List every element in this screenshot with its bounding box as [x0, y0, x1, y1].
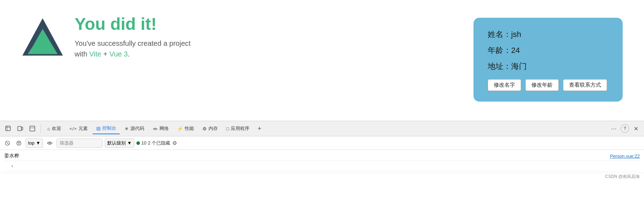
- devtools-more-section: ⋯ ? ✕: [608, 123, 641, 134]
- vite-link[interactable]: Vite: [89, 50, 101, 58]
- name-value: jsh: [511, 30, 521, 39]
- tab-memory-label: 内存: [209, 125, 218, 132]
- edit-name-button[interactable]: 修改名字: [488, 79, 521, 91]
- elements-icon: </>: [70, 126, 77, 131]
- hero-title: You did it!: [75, 14, 191, 34]
- clear-console-button[interactable]: [3, 139, 12, 148]
- application-icon: □: [226, 126, 229, 131]
- context-dropdown[interactable]: top ▼: [26, 139, 43, 148]
- tab-performance-label: 性能: [185, 125, 194, 132]
- layout-icon[interactable]: [27, 123, 38, 134]
- sources-icon: ✳: [125, 126, 129, 131]
- svg-rect-5: [6, 126, 10, 131]
- welcome-icon: ⌂: [47, 126, 50, 131]
- tab-memory[interactable]: ⚙ 内存: [199, 123, 221, 134]
- level-arrow-icon: ▼: [127, 140, 132, 146]
- hero-text: You did it! You've successfully created …: [75, 14, 191, 59]
- tab-elements-label: 元素: [79, 125, 88, 132]
- tab-elements[interactable]: </> 元素: [66, 123, 91, 134]
- info-card: 姓名：jsh 年龄：24 地址：海门 修改名字 修改年龄 查看联系方式: [473, 18, 623, 102]
- console-output-text: 姜水桦: [4, 153, 19, 159]
- subtitle-prefix: You've successfully created a project: [75, 39, 191, 47]
- tab-application-label: 应用程序: [231, 125, 249, 132]
- svg-rect-10: [30, 126, 35, 131]
- toggle-filter-button[interactable]: [14, 139, 23, 148]
- toolbar-row: top ▼ 默认级别 ▼ 10 2 个已隐藏 ⚙: [0, 136, 644, 150]
- inspect-element-icon[interactable]: [3, 123, 13, 134]
- tab-console-label: 控制台: [102, 125, 116, 131]
- close-devtools-button[interactable]: ✕: [631, 123, 641, 134]
- level-label: 默认级别: [107, 140, 126, 146]
- view-contact-button[interactable]: 查看联系方式: [563, 79, 607, 91]
- svg-line-14: [6, 142, 9, 144]
- settings-gear-icon[interactable]: ⚙: [172, 140, 177, 146]
- svg-point-19: [49, 142, 50, 144]
- subtitle-plus: +: [103, 50, 108, 58]
- info-address-row: 地址：海门: [488, 60, 608, 72]
- info-buttons-row: 修改名字 修改年龄 查看联系方式: [488, 79, 608, 91]
- hidden-count: 2 个已隐藏: [148, 140, 170, 146]
- address-value: 海门: [511, 62, 527, 71]
- expand-arrow-icon[interactable]: ›: [9, 162, 16, 169]
- info-name-row: 姓名：jsh: [488, 28, 608, 40]
- svg-point-12: [155, 130, 156, 130]
- address-label: 地址：: [488, 62, 511, 71]
- age-label: 年龄：: [488, 46, 511, 55]
- console-icon: ▤: [96, 126, 101, 131]
- name-label: 姓名：: [488, 30, 511, 39]
- subtitle-with: with: [75, 50, 87, 58]
- edit-age-button[interactable]: 修改年龄: [525, 79, 559, 91]
- tab-network-label: 网络: [159, 125, 169, 132]
- tab-welcome-label: 欢迎: [52, 125, 61, 132]
- console-line-2: ›: [4, 161, 640, 171]
- error-badge: 10 2 个已隐藏: [136, 140, 170, 146]
- svg-rect-9: [21, 127, 23, 130]
- subtitle-period: .: [128, 50, 130, 58]
- memory-icon: ⚙: [202, 126, 207, 131]
- console-area: 姜水桦 Person.vue:22 ›: [0, 150, 644, 173]
- error-dot-icon: [136, 141, 140, 145]
- info-age-row: 年龄：24: [488, 44, 608, 56]
- tab-welcome[interactable]: ⌂ 欢迎: [44, 123, 65, 134]
- tab-performance[interactable]: ⚡ 性能: [174, 123, 197, 134]
- network-icon: [153, 126, 158, 131]
- console-line-1: 姜水桦 Person.vue:22: [4, 151, 640, 161]
- main-content: You did it! You've successfully created …: [0, 0, 644, 121]
- add-tab-button[interactable]: +: [254, 123, 265, 134]
- error-count: 10: [141, 140, 146, 146]
- svg-rect-8: [18, 126, 21, 131]
- console-source-link[interactable]: Person.vue:22: [610, 153, 640, 159]
- tab-network[interactable]: 网络: [149, 123, 172, 134]
- bottom-bar: CSDN @南风花海: [0, 173, 644, 180]
- tab-console[interactable]: ▤ 控制台: [93, 123, 120, 134]
- tab-application[interactable]: □ 应用程序: [223, 123, 253, 134]
- left-section: You did it! You've successfully created …: [21, 14, 191, 59]
- vue-link[interactable]: Vue 3: [109, 50, 128, 58]
- hero-subtitle: You've successfully created a project wi…: [75, 38, 191, 59]
- help-button[interactable]: ?: [621, 124, 629, 133]
- eye-icon-button[interactable]: [45, 139, 54, 148]
- age-value: 24: [511, 46, 520, 55]
- vue-logo: [21, 16, 64, 58]
- dropdown-arrow-icon: ▼: [36, 140, 40, 146]
- performance-icon: ⚡: [177, 126, 183, 131]
- credit-text: CSDN @南风花海: [605, 174, 640, 180]
- tab-sources[interactable]: ✳ 源代码: [121, 123, 148, 134]
- more-options-button[interactable]: ⋯: [608, 123, 619, 134]
- tab-sources-label: 源代码: [130, 125, 144, 132]
- devtools-bar: ⌂ 欢迎 </> 元素 ▤ 控制台 ✳ 源代码 网络 ⚡ 性能 ⚙ 内存 □ 应…: [0, 121, 644, 136]
- context-label: top: [28, 140, 34, 146]
- separator-1: [40, 124, 41, 133]
- log-level-dropdown[interactable]: 默认级别 ▼: [105, 139, 134, 148]
- filter-input[interactable]: [56, 139, 103, 148]
- device-toggle-icon[interactable]: [15, 123, 26, 134]
